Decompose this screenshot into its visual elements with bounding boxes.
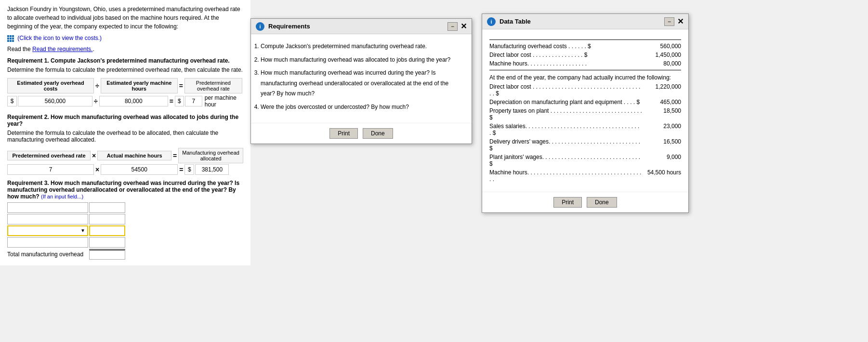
- intro-text: Jackson Foundry in Youngstown, Ohio, use…: [7, 5, 243, 31]
- data-section-note: At the end of the year, the company had …: [489, 74, 681, 81]
- req3-total-row: Total manufacturing overhead: [7, 249, 243, 260]
- data-row-property-taxes: Property taxes on plant . . . . . . . . …: [489, 107, 681, 121]
- machine-hours-bottom-value: 54,500 hours: [643, 169, 681, 176]
- data-row-direct-labor-bottom: Direct labor cost . . . . . . . . . . . …: [489, 83, 681, 97]
- close-button[interactable]: ✕: [460, 22, 467, 31]
- req1-header-estimated-overhead: Estimated yearly overhead costs: [7, 78, 94, 93]
- mfg-overhead-label: Manufacturing overhead costs . . . . . .…: [489, 43, 643, 50]
- data-done-button[interactable]: Done: [587, 197, 617, 208]
- data-row-delivery-drivers: Delivery drivers' wages. . . . . . . . .…: [489, 138, 681, 152]
- property-taxes-value: 18,500: [643, 107, 681, 114]
- req3-row-2: [7, 214, 243, 224]
- req-item-2: How much manufacturing overhead was allo…: [261, 55, 464, 66]
- sales-salaries-value: 23,000: [643, 123, 681, 130]
- req1-overhead-value-group: $ 560,000: [7, 96, 92, 106]
- read-requirements-text: Read the Read the requirements..: [7, 46, 243, 53]
- req1-op-divide: ÷: [95, 82, 99, 90]
- req2-rate-value: 7: [7, 164, 94, 175]
- property-taxes-label: Property taxes on plant . . . . . . . . …: [489, 107, 643, 121]
- click-icon-text[interactable]: (Click the icon to view the costs.): [7, 35, 243, 42]
- data-info-icon: i: [487, 17, 496, 26]
- req1-header-machine-hours: Estimated yearly machine hours: [101, 78, 178, 93]
- data-row-direct-labor-top: Direct labor cost . . . . . . . . . . . …: [489, 52, 681, 58]
- req1-op-equals: =: [179, 82, 183, 90]
- req2-op-equals: =: [173, 152, 177, 159]
- requirements-list: Compute Jackson's predetermined manufact…: [258, 41, 464, 113]
- req3-input-left-4[interactable]: [7, 237, 88, 248]
- requirements-done-button[interactable]: Done: [363, 128, 393, 139]
- data-row-mfg-overhead: Manufacturing overhead costs . . . . . .…: [489, 43, 681, 50]
- req3-total-box: [89, 249, 125, 260]
- req1-title: Requirement 1. Compute Jackson's predete…: [7, 57, 243, 64]
- req2-result-group: $ 381,500: [184, 164, 229, 175]
- main-content: Jackson Foundry in Youngstown, Ohio, use…: [0, 0, 250, 265]
- req1-divide-op: ÷: [94, 97, 98, 105]
- req3-input-right-1[interactable]: [89, 202, 125, 213]
- req3-input-left-2[interactable]: [7, 214, 88, 224]
- modal-controls: − ✕: [447, 22, 467, 31]
- data-modal-footer: Print Done: [482, 192, 688, 212]
- data-print-button[interactable]: Print: [553, 197, 582, 208]
- data-modal-title: i Data Table: [487, 17, 531, 26]
- req2-formula-values: 7 × 54500 = $ 381,500: [7, 164, 243, 175]
- req3-input-right-3[interactable]: [89, 225, 125, 236]
- requirements-print-button[interactable]: Print: [329, 128, 358, 139]
- requirements-modal-header: i Requirements − ✕: [251, 19, 472, 34]
- requirement-1-section: Requirement 1. Compute Jackson's predete…: [7, 57, 243, 108]
- req2-op-times: ×: [92, 152, 96, 159]
- req1-result-value: 7: [185, 96, 202, 106]
- req1-formula-header: Estimated yearly overhead costs ÷ Estima…: [7, 78, 243, 93]
- req2-formula-header: Predetermined overhead rate × Actual mac…: [7, 148, 243, 163]
- req-item-1: Compute Jackson's predetermined manufact…: [261, 41, 464, 52]
- grid-icon: [7, 35, 14, 42]
- info-icon: i: [256, 22, 264, 31]
- req2-result-value: 381,500: [195, 164, 229, 175]
- data-modal-body: Manufacturing overhead costs . . . . . .…: [482, 29, 688, 192]
- requirement-3-section: Requirement 3. How much manufacturing ov…: [7, 180, 243, 260]
- minimize-button[interactable]: −: [447, 22, 458, 31]
- req1-desc: Determine the formula to calculate the p…: [7, 66, 243, 73]
- data-row-machine-hours-bottom: Machine hours. . . . . . . . . . . . . .…: [489, 169, 681, 183]
- sales-salaries-label: Sales salaries. . . . . . . . . . . . . …: [489, 123, 643, 136]
- req3-row-1: [7, 202, 243, 213]
- depreciation-value: 465,000: [643, 99, 681, 105]
- data-row-sales-salaries: Sales salaries. . . . . . . . . . . . . …: [489, 123, 681, 136]
- direct-labor-bottom-value: 1,220,000: [643, 83, 681, 90]
- data-close-button[interactable]: ✕: [677, 17, 684, 26]
- top-divider: [489, 39, 681, 40]
- mid-divider: [489, 70, 681, 70]
- direct-labor-top-value: 1,450,000: [643, 52, 681, 58]
- data-row-plant-janitors: Plant janitors' wages. . . . . . . . . .…: [489, 154, 681, 167]
- req1-machine-hours-value: 80,000: [99, 96, 168, 106]
- req1-result-group: $ 7 per machine hour: [175, 94, 243, 108]
- req3-dropdown[interactable]: ▼: [7, 225, 88, 236]
- req1-equals-op: =: [170, 97, 173, 105]
- data-row-machine-hours-top: Machine hours. . . . . . . . . . . . . .…: [489, 60, 681, 67]
- depreciation-label: Depreciation on manufacturing plant and …: [489, 99, 643, 105]
- req3-input-right-2[interactable]: [89, 214, 125, 224]
- req1-result-dollar: $: [175, 96, 184, 106]
- requirement-2-section: Requirement 2. How much manufacturing ov…: [7, 114, 243, 175]
- data-modal-header: i Data Table − ✕: [482, 14, 688, 29]
- req1-formula-values: $ 560,000 ÷ 80,000 = $ 7 per machine hou…: [7, 94, 243, 108]
- req3-input-left-1[interactable]: [7, 202, 88, 213]
- data-row-depreciation: Depreciation on manufacturing plant and …: [489, 99, 681, 105]
- req2-header-actual-hours: Actual machine hours: [97, 151, 171, 160]
- delivery-drivers-label: Delivery drivers' wages. . . . . . . . .…: [489, 138, 643, 152]
- req1-dollar-sign: $: [7, 96, 17, 106]
- req2-title: Requirement 2. How much manufacturing ov…: [7, 114, 243, 127]
- requirements-modal: i Requirements − ✕ Compute Jackson's pre…: [250, 18, 472, 144]
- requirements-link[interactable]: Read the requirements.: [32, 46, 92, 53]
- req3-note: (If an input field...): [41, 194, 83, 199]
- req2-header-overhead-rate: Predetermined overhead rate: [7, 151, 91, 160]
- machine-hours-top-value: 80,000: [643, 60, 681, 67]
- req3-input-right-4[interactable]: [89, 237, 125, 248]
- requirements-modal-footer: Print Done: [251, 123, 472, 144]
- data-table-content: Manufacturing overhead costs . . . . . .…: [489, 39, 681, 183]
- req-item-3: How much manufacturing overhead was incu…: [261, 68, 464, 99]
- data-minimize-button[interactable]: −: [664, 17, 674, 26]
- req2-result-dollar: $: [184, 164, 194, 175]
- req2-header-result: Manufacturing overhead allocated: [178, 148, 243, 163]
- req3-total-label: Total manufacturing overhead: [7, 251, 88, 258]
- mfg-overhead-value: 560,000: [643, 43, 681, 50]
